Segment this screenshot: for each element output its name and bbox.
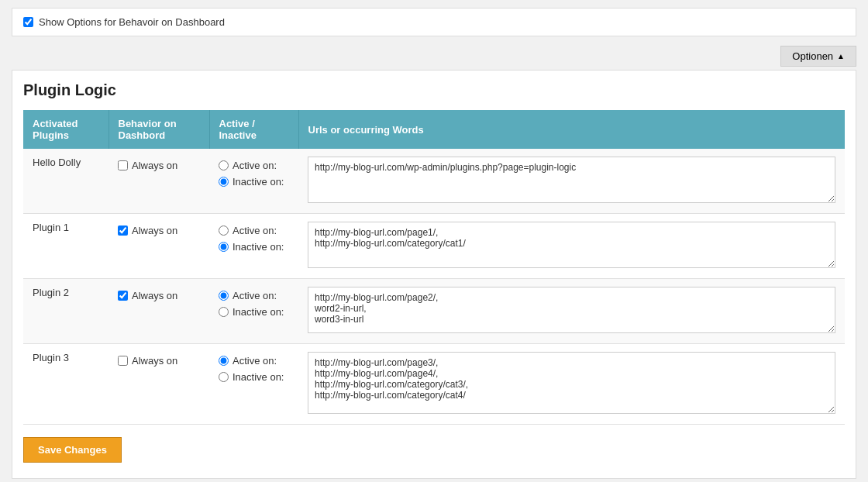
table-row: Hello Dolly Always on Active on: Inactiv… [23, 149, 845, 214]
always-on-checkbox[interactable] [118, 356, 128, 366]
inactive-on-radio[interactable] [219, 177, 229, 187]
active-on-radio[interactable] [219, 356, 229, 366]
col-header-active: Active / Inactive [209, 110, 298, 149]
active-on-label[interactable]: Active on: [219, 225, 289, 236]
always-on-checkbox[interactable] [118, 226, 128, 236]
options-button[interactable]: Optionen ▲ [780, 46, 856, 67]
active-on-radio[interactable] [219, 226, 229, 236]
table-row: Plugin 3 Always on Active on: Inactive o… [23, 344, 845, 425]
active-inactive-cell: Active on: Inactive on: [209, 214, 298, 279]
inactive-on-text: Inactive on: [232, 176, 284, 188]
active-on-label[interactable]: Active on: [219, 290, 289, 301]
urls-cell: http://my-blog-url.com/page2/, word2-in-… [298, 279, 845, 344]
active-inactive-cell: Active on: Inactive on: [209, 344, 298, 425]
plugin-name: Hello Dolly [33, 157, 81, 168]
table-header-row: Activated Plugins Behavior on Dashbord A… [23, 110, 845, 149]
always-on-text: Always on [132, 290, 177, 301]
always-on-text: Always on [132, 160, 177, 171]
inactive-on-label[interactable]: Inactive on: [219, 176, 289, 188]
always-on-text: Always on [132, 355, 177, 367]
always-on-label[interactable]: Always on [118, 157, 200, 171]
col-header-behavior: Behavior on Dashbord [108, 110, 209, 149]
main-card: Plugin Logic Activated Plugins Behavior … [12, 70, 856, 479]
urls-cell: http://my-blog-url.com/wp-admin/plugins.… [298, 149, 845, 214]
inactive-on-label[interactable]: Inactive on: [219, 241, 289, 253]
active-on-text: Active on: [232, 355, 277, 367]
behavior-cell: Always on [108, 344, 209, 425]
table-row: Plugin 1 Always on Active on: Inactive o… [23, 214, 845, 279]
always-on-text: Always on [132, 225, 177, 236]
active-inactive-cell: Active on: Inactive on: [209, 279, 298, 344]
inactive-on-text: Inactive on: [232, 306, 284, 318]
inactive-on-label[interactable]: Inactive on: [219, 306, 289, 318]
plugin-name-cell: Hello Dolly [23, 149, 108, 214]
options-btn-container: Optionen ▲ [12, 46, 856, 67]
always-on-label[interactable]: Always on [118, 222, 200, 236]
url-textarea[interactable]: http://my-blog-url.com/page3/, http://my… [308, 352, 835, 414]
behavior-cell: Always on [108, 279, 209, 344]
inactive-on-radio[interactable] [219, 242, 229, 252]
plugin-name: Plugin 2 [33, 287, 69, 298]
url-textarea[interactable]: http://my-blog-url.com/page2/, word2-in-… [308, 287, 835, 333]
active-on-label[interactable]: Active on: [219, 160, 289, 171]
always-on-label[interactable]: Always on [118, 287, 200, 301]
plugin-table: Activated Plugins Behavior on Dashbord A… [23, 110, 845, 425]
inactive-on-text: Inactive on: [232, 371, 284, 383]
active-on-text: Active on: [232, 290, 277, 301]
show-options-label: Show Options for Behavoir on Dashboard [39, 16, 225, 28]
inactive-on-radio[interactable] [219, 307, 229, 317]
chevron-down-icon: ▲ [837, 52, 845, 60]
radio-group: Active on: Inactive on: [219, 287, 289, 318]
active-on-radio[interactable] [219, 291, 229, 301]
radio-group: Active on: Inactive on: [219, 222, 289, 253]
urls-cell: http://my-blog-url.com/page1/, http://my… [298, 214, 845, 279]
active-inactive-cell: Active on: Inactive on: [209, 149, 298, 214]
page-title: Plugin Logic [23, 81, 845, 99]
active-on-label[interactable]: Active on: [219, 355, 289, 367]
top-bar: Show Options for Behavoir on Dashboard [12, 8, 856, 36]
url-textarea[interactable]: http://my-blog-url.com/wp-admin/plugins.… [308, 157, 835, 203]
page-wrapper: Show Options for Behavoir on Dashboard O… [0, 0, 868, 482]
save-button[interactable]: Save Changes [23, 437, 122, 463]
always-on-checkbox[interactable] [118, 160, 128, 170]
plugin-name-cell: Plugin 3 [23, 344, 108, 425]
always-on-checkbox[interactable] [118, 291, 128, 301]
radio-group: Active on: Inactive on: [219, 352, 289, 383]
active-on-text: Active on: [232, 160, 277, 171]
urls-cell: http://my-blog-url.com/page3/, http://my… [298, 344, 845, 425]
behavior-cell: Always on [108, 149, 209, 214]
inactive-on-label[interactable]: Inactive on: [219, 371, 289, 383]
plugin-name: Plugin 1 [33, 222, 69, 233]
active-on-radio[interactable] [219, 160, 229, 170]
col-header-urls: Urls or occurring Words [298, 110, 845, 149]
plugin-name-cell: Plugin 2 [23, 279, 108, 344]
inactive-on-radio[interactable] [219, 372, 229, 382]
always-on-label[interactable]: Always on [118, 352, 200, 367]
show-options-checkbox[interactable] [23, 17, 33, 27]
col-header-plugins: Activated Plugins [23, 110, 108, 149]
behavior-cell: Always on [108, 214, 209, 279]
radio-group: Active on: Inactive on: [219, 157, 289, 188]
inactive-on-text: Inactive on: [232, 241, 284, 253]
url-textarea[interactable]: http://my-blog-url.com/page1/, http://my… [308, 222, 835, 268]
plugin-name: Plugin 3 [33, 352, 69, 363]
table-row: Plugin 2 Always on Active on: Inactive o… [23, 279, 845, 344]
plugin-name-cell: Plugin 1 [23, 214, 108, 279]
options-button-label: Optionen [792, 50, 833, 62]
active-on-text: Active on: [232, 225, 277, 236]
